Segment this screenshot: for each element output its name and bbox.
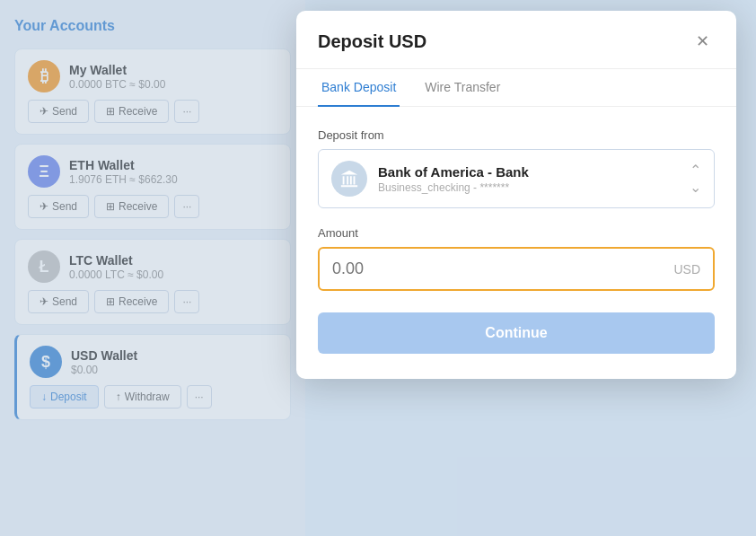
deposit-modal: Deposit USD ✕ Bank Deposit Wire Transfer…	[296, 11, 736, 379]
bank-sub: Business_checking - *******	[378, 181, 529, 194]
continue-button[interactable]: Continue	[318, 312, 715, 354]
bank-details: Bank of America - Bank Business_checking…	[378, 164, 529, 194]
tab-bank-deposit[interactable]: Bank Deposit	[318, 69, 400, 107]
amount-currency: USD	[673, 262, 700, 277]
close-modal-button[interactable]: ✕	[690, 29, 715, 54]
tab-wire-transfer[interactable]: Wire Transfer	[421, 69, 504, 107]
bank-info: Bank of America - Bank Business_checking…	[331, 161, 529, 197]
modal-tabs: Bank Deposit Wire Transfer	[296, 69, 736, 107]
amount-input[interactable]	[332, 259, 673, 278]
chevron-updown-icon: ⌃⌄	[690, 162, 701, 196]
modal-body: Deposit from Bank of America - Bank Busi…	[296, 107, 736, 379]
bank-name: Bank of America - Bank	[378, 164, 529, 180]
bank-selector[interactable]: Bank of America - Bank Business_checking…	[318, 149, 715, 208]
bank-icon	[331, 161, 367, 197]
amount-label: Amount	[318, 226, 715, 240]
amount-field-wrapper[interactable]: USD	[318, 247, 715, 291]
modal-header: Deposit USD ✕	[296, 11, 736, 69]
modal-title: Deposit USD	[318, 31, 426, 52]
deposit-from-label: Deposit from	[318, 128, 715, 142]
